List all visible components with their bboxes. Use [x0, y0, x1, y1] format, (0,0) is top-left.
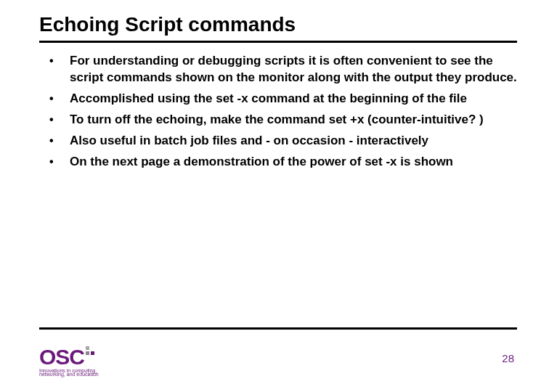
- logo-mark: OSC: [39, 345, 99, 369]
- slide-title: Echoing Script commands: [39, 13, 517, 43]
- list-item: Also useful in batch job files and - on …: [46, 133, 517, 150]
- logo-tagline-2: networking, and education: [39, 372, 99, 377]
- osc-logo: OSC Innovations in computing, networking…: [39, 345, 99, 377]
- bullet-list: For understanding or debugging scripts i…: [39, 53, 517, 171]
- slide: Echoing Script commands For understandin…: [0, 0, 549, 392]
- page-number: 28: [502, 352, 514, 364]
- list-item: To turn off the echoing, make the comman…: [46, 112, 517, 128]
- list-item: Accomplished using the set -x command at…: [46, 91, 517, 107]
- logo-letters: OSC: [39, 345, 84, 369]
- list-item: On the next page a demonstration of the …: [46, 154, 517, 171]
- logo-squares-icon: [86, 346, 94, 355]
- footer-divider: [39, 327, 517, 330]
- list-item: For understanding or debugging scripts i…: [46, 53, 517, 86]
